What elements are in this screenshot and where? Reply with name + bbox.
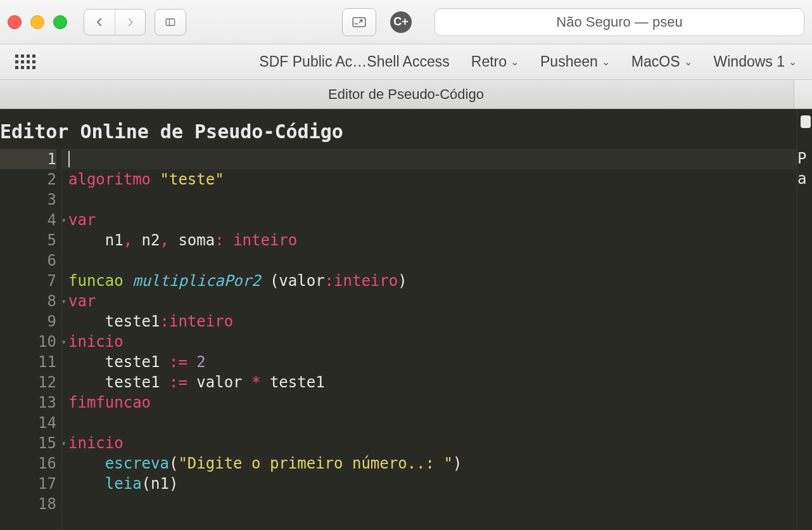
code-line[interactable]: leia(n1): [68, 474, 812, 494]
chevron-down-icon: ⌄: [789, 56, 797, 68]
code-line[interactable]: var: [68, 210, 812, 230]
token-plain: n1: [151, 475, 169, 493]
token-paren: (: [142, 475, 151, 493]
token-num-lav: 2: [196, 353, 205, 371]
line-number[interactable]: 18: [0, 494, 56, 514]
token-plain: [187, 353, 196, 371]
token-str: "Digite o primeiro número..: ": [178, 455, 452, 472]
line-number[interactable]: 11: [0, 352, 56, 372]
code-line[interactable]: [68, 190, 812, 210]
bookmark-label: MacOS: [631, 53, 680, 70]
code-line[interactable]: [68, 250, 812, 271]
token-kw-pink: fimfuncao: [68, 394, 151, 411]
code-area-wrap: algoritmo "teste" var n1, n2, soma: inte…: [62, 149, 812, 530]
code-line[interactable]: funcao multiplicaPor2 (valor:inteiro): [68, 271, 812, 291]
chevron-down-icon: ⌄: [602, 56, 610, 68]
line-number[interactable]: 7: [0, 271, 56, 291]
token-plain: [224, 231, 233, 249]
code-line[interactable]: algoritmo "teste": [68, 169, 812, 190]
active-tab-title[interactable]: Editor de Pseudo-Código: [328, 86, 484, 103]
reader-mode-button[interactable]: [343, 9, 376, 36]
token-kw-type: inteiro: [169, 313, 233, 330]
token-op-pink: :: [160, 313, 169, 330]
code-line[interactable]: teste1 := valor * teste1: [68, 372, 812, 392]
code-line[interactable]: [68, 494, 812, 514]
code-line[interactable]: escreva("Digite o primeiro número..: "): [68, 453, 812, 474]
chevron-right-icon: [125, 16, 136, 28]
line-number[interactable]: 17: [0, 474, 56, 494]
bookmark-item-0[interactable]: SDF Public Ac…Shell Access: [259, 53, 449, 70]
chevron-down-icon: ⌄: [511, 56, 519, 68]
address-bar[interactable]: Não Seguro — pseu: [435, 8, 804, 36]
page-title: Editor Online de Pseudo-Código: [0, 109, 812, 149]
line-number[interactable]: 13: [0, 392, 56, 413]
token-op-pink: :=: [169, 373, 187, 391]
token-fn-call: escreva: [105, 455, 169, 472]
token-kw-pink: var: [68, 211, 96, 229]
code-editor[interactable]: 123456789101112131415161718 algoritmo "t…: [0, 149, 812, 530]
bookmark-item-3[interactable]: MacOS⌄: [631, 53, 692, 70]
bookmark-items: SDF Public Ac…Shell AccessRetro⌄Pusheen⌄…: [259, 53, 797, 70]
line-number[interactable]: 9: [0, 311, 56, 332]
chevron-down-icon: ⌄: [684, 56, 692, 68]
line-number[interactable]: 5: [0, 230, 56, 250]
token-op-pink: ,: [160, 231, 169, 249]
sidebar-icon: [165, 16, 176, 28]
bookmark-bar: SDF Public Ac…Shell AccessRetro⌄Pusheen⌄…: [0, 44, 812, 80]
line-number[interactable]: 3: [0, 190, 56, 210]
line-number[interactable]: 8: [0, 291, 56, 311]
right-side-panel[interactable]: P a: [797, 109, 812, 530]
bookmark-label: Windows 1: [714, 53, 785, 70]
code-line[interactable]: [68, 413, 812, 433]
line-number-gutter[interactable]: 123456789101112131415161718: [0, 149, 62, 530]
line-number[interactable]: 12: [0, 372, 56, 392]
fullscreen-window-button[interactable]: [53, 15, 67, 29]
bookmark-item-4[interactable]: Windows 1⌄: [714, 53, 797, 70]
code-line[interactable]: teste1:inteiro: [68, 311, 812, 332]
text-cursor: [68, 151, 70, 167]
bookmark-item-1[interactable]: Retro⌄: [471, 53, 519, 70]
c-plus-icon: C+: [393, 15, 409, 29]
token-kw-pink: inicio: [68, 434, 124, 452]
back-button[interactable]: [84, 10, 115, 35]
token-plain: valor: [187, 373, 251, 391]
line-number[interactable]: 6: [0, 250, 56, 271]
token-str: "teste": [160, 171, 224, 188]
line-number[interactable]: 1: [0, 149, 56, 169]
token-plain: teste1: [260, 373, 324, 391]
bookmark-label: SDF Public Ac…Shell Access: [259, 53, 449, 70]
close-window-button[interactable]: [8, 15, 22, 29]
code-line[interactable]: inicio: [68, 332, 812, 352]
line-number[interactable]: 2: [0, 169, 56, 190]
chevron-left-icon: [94, 16, 105, 28]
line-number[interactable]: 10: [0, 332, 56, 352]
forward-button[interactable]: [115, 10, 145, 35]
browser-toolbar: C+ Não Seguro — pseu: [0, 0, 812, 44]
token-paren: ): [398, 272, 407, 290]
line-number[interactable]: 16: [0, 453, 56, 474]
token-op-pink: ,: [124, 231, 132, 249]
line-number[interactable]: 15: [0, 433, 56, 453]
code-text-area[interactable]: algoritmo "teste" var n1, n2, soma: inte…: [62, 149, 812, 514]
token-op-pink: *: [251, 373, 260, 391]
active-line-highlight: [62, 149, 812, 169]
side-text-1: P: [797, 148, 812, 169]
line-number[interactable]: 4: [0, 210, 56, 230]
reader-rect-icon: [352, 17, 366, 27]
code-line[interactable]: n1, n2, soma: inteiro: [68, 230, 812, 250]
token-plain: [260, 272, 269, 290]
code-line[interactable]: fimfuncao: [68, 392, 812, 413]
apps-grid-icon[interactable]: [15, 55, 35, 69]
code-line[interactable]: teste1 := 2: [68, 352, 812, 372]
token-plain: [68, 455, 105, 472]
side-panel-handle-icon[interactable]: [801, 115, 811, 128]
code-line[interactable]: inicio: [68, 433, 812, 453]
token-op-pink: :: [215, 231, 224, 249]
sidebar-toggle-button[interactable]: [155, 9, 186, 36]
extension-button-group: C+: [385, 9, 417, 36]
bookmark-item-2[interactable]: Pusheen⌄: [540, 53, 610, 70]
line-number[interactable]: 14: [0, 413, 56, 433]
extension-c-plus-button[interactable]: C+: [390, 11, 412, 33]
code-line[interactable]: var: [68, 291, 812, 311]
minimize-window-button[interactable]: [30, 15, 44, 29]
